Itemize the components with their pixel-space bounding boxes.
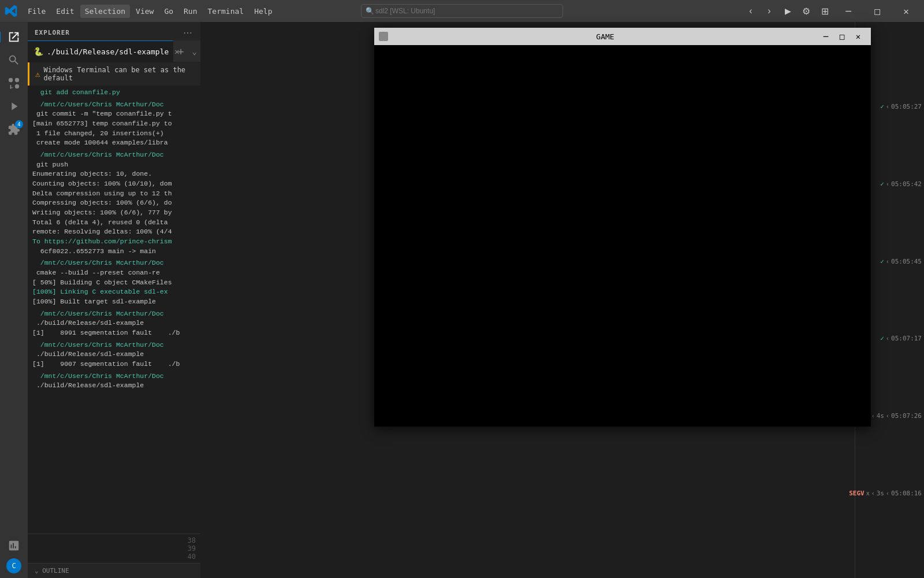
arrow-1: ‹ [886,103,889,110]
warning-icon: ⚠ [35,69,40,79]
activity-run-debug[interactable] [3,96,24,117]
titlebar-right: ‹ › ▶ ⚙ ⊞ ─ □ ✕ [743,0,919,22]
tabs-bar: 🐍 ./build/Release/sdl-example ✕ + ⌄ [28,40,200,62]
game-controls: ─ □ ✕ [818,28,866,45]
activity-explorer[interactable] [3,27,24,47]
menu-help[interactable]: Help [249,5,277,18]
activity-bottom: C [3,535,24,573]
nav-back-button[interactable]: ‹ [743,3,759,19]
duration-1: 4s [877,412,884,420]
terminal-line-3: /mnt/c/Users/Chris McArthur/Doc git push… [32,150,196,256]
window-maximize[interactable]: □ [864,0,891,22]
sidebar-new-file[interactable]: ⋯ [182,27,193,38]
notification-bar: ⚠ Windows Terminal can be set as the def… [28,62,200,86]
game-icon [379,32,388,41]
window-close[interactable]: ✕ [893,0,919,22]
search-bar: 🔍 [361,4,563,18]
arrow-6: ‹ [871,490,875,497]
menu-edit[interactable]: Edit [51,5,79,18]
game-title: GAME [393,32,818,41]
vscode-logo [5,5,17,17]
terminal-line-7: /mnt/c/Users/Chris McArthur/Doc ./build/… [32,372,196,391]
game-close-button[interactable]: ✕ [850,28,866,45]
arrow-6b: ‹ [886,490,889,497]
settings-button[interactable]: ⚙ [798,3,814,19]
menu-bar: File Edit Selection View Go Run Terminal… [23,5,277,18]
time-3: 05:05:45 [891,258,922,265]
outline-section: ⌄ OUTLINE [28,563,200,578]
sidebar-header: EXPLORER ⋯ [28,22,200,40]
search-icon: 🔍 [366,7,374,15]
content-area: GAME ─ □ ✕ ✓ ‹ 05:05:27 ✓ ‹ 05:05:42 [201,22,924,578]
extensions-badge: 4 [15,120,23,128]
terminal-sidebar: git add conanfile.py /mnt/c/Users/Chris … [28,86,200,533]
game-minimize-button[interactable]: ─ [818,28,834,45]
arrow-3: ‹ [886,258,889,265]
search-input[interactable] [361,4,563,18]
game-titlebar: GAME ─ □ ✕ [374,28,871,45]
check-icon-1: ✓ [880,103,884,110]
tab-sdl-example[interactable]: 🐍 ./build/Release/sdl-example ✕ [28,40,173,62]
duration-2: 3s [877,490,884,497]
sidebar-title: EXPLORER [35,29,70,36]
line-number-38: 38 [32,536,196,544]
arrow-5b: ‹ [886,413,889,419]
terminal-line-5: /mnt/c/Users/Chris McArthur/Doc ./build/… [32,309,196,338]
terminal-line-6: /mnt/c/Users/Chris McArthur/Doc ./build/… [32,340,196,369]
check-icon-3: ✓ [880,258,884,265]
time-2: 05:05:42 [891,180,922,188]
sidebar-actions: ⋯ [182,27,193,38]
menu-selection[interactable]: Selection [80,5,130,18]
line-number-40: 40 [32,553,196,561]
new-tab-button[interactable]: + [173,45,189,57]
game-maximize-button[interactable]: □ [834,28,850,45]
activity-test[interactable] [3,535,24,556]
time-5: 05:07:26 [891,412,922,420]
terminal-line-2: /mnt/c/Users/Chris McArthur/Doc git comm… [32,100,196,148]
line-number-39: 39 [32,544,196,553]
arrow-4: ‹ [886,335,889,342]
layout-button[interactable]: ⊞ [817,3,833,19]
nav-forward-button[interactable]: › [761,3,777,19]
time-1: 05:05:27 [891,103,922,110]
arrow-5: ‹ [871,413,875,419]
line-numbers: 38 39 40 [28,533,200,563]
game-window: GAME ─ □ ✕ [374,28,871,427]
x-label-2: x [866,490,870,497]
segv-label-2: SEGV [849,490,865,497]
tab-label: ./build/Release/sdl-example [47,47,169,56]
activity-source-control[interactable] [3,73,24,94]
check-icon-2: ✓ [880,180,884,188]
titlebar: File Edit Selection View Go Run Terminal… [0,0,924,22]
menu-view[interactable]: View [131,5,158,18]
terminal-line-1: git add conanfile.py [32,88,196,98]
menu-go[interactable]: Go [159,5,178,18]
activity-bar: 4 C [0,22,28,578]
arrow-2: ‹ [886,181,889,187]
main-layout: 4 C EXPLORER ⋯ 🐍 ./build/Release/sdl-exa… [0,22,924,578]
check-icon-4: ✓ [880,335,884,342]
activity-search[interactable] [3,50,24,71]
time-4: 05:07:17 [891,335,922,342]
notification-text: Windows Terminal can be set as the defau… [43,66,195,82]
sidebar: EXPLORER ⋯ 🐍 ./build/Release/sdl-example… [28,22,201,578]
run-button[interactable]: ▶ [780,3,796,19]
window-minimize[interactable]: ─ [835,0,862,22]
prompt-path: git add conanfile.py [32,88,120,96]
user-avatar[interactable]: C [6,558,21,573]
time-6: 05:08:16 [891,490,922,497]
outline-label: ⌄ OUTLINE [35,567,69,575]
terminal-line-4: /mnt/c/Users/Chris McArthur/Doc cmake --… [32,258,196,306]
activity-extensions[interactable]: 4 [3,119,24,140]
menu-file[interactable]: File [23,5,50,18]
tab-python-icon: 🐍 [33,47,43,56]
tab-split-button[interactable]: ⌄ [189,47,200,56]
menu-terminal[interactable]: Terminal [203,5,249,18]
menu-run[interactable]: Run [179,5,202,18]
timestamp-6-segv: SEGV x ‹ 3s ‹ 05:08:16 [855,487,924,499]
game-canvas [374,45,871,427]
